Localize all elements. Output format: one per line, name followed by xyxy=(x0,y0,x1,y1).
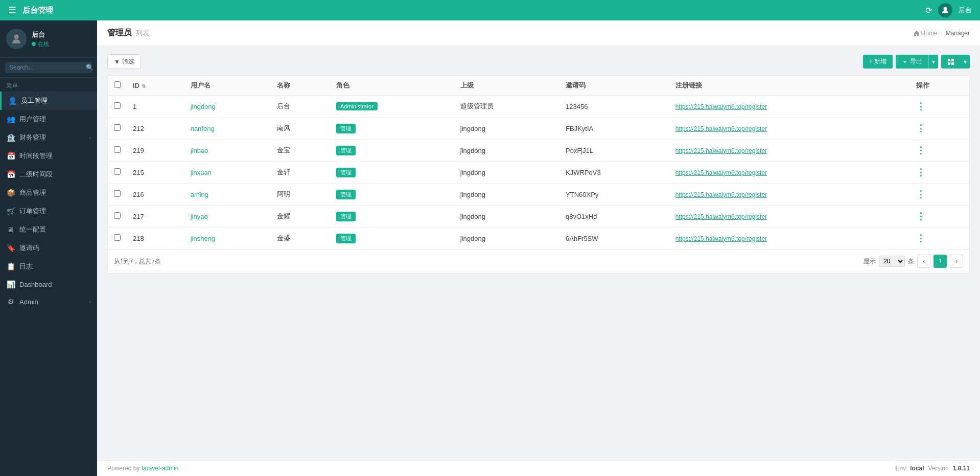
row-name: 金轩 xyxy=(271,162,330,184)
export-dropdown-button[interactable]: ▾ xyxy=(928,55,938,69)
sidebar-item-dashboard-label: Dashboard xyxy=(19,281,91,288)
row-checkbox[interactable] xyxy=(114,146,121,153)
register-link[interactable]: https://215.haiwaiym6.top/register xyxy=(675,191,767,198)
toolbar-right: + 新增 导出 ▾ xyxy=(863,55,970,69)
prev-page-button[interactable]: ‹ xyxy=(917,255,930,268)
row-checkbox-cell xyxy=(108,206,127,228)
export-label: 导出 xyxy=(910,57,922,66)
row-checkbox[interactable] xyxy=(114,212,121,219)
table-header: ID ⇅ 用户名 名称 角色 上级 邀请码 注册链接 操作 xyxy=(108,76,969,96)
page-1-button[interactable]: 1 xyxy=(934,255,947,268)
pagination-summary: 从1到7，总共7条 xyxy=(114,257,161,266)
col-parent: 上级 xyxy=(454,76,559,96)
sidebar-item-timeslot2[interactable]: 📅 二级时间段 xyxy=(0,165,97,184)
action-dots-button[interactable]: ⋮ xyxy=(916,189,925,199)
finance-icon: 🏦 xyxy=(6,133,15,142)
sidebar-item-timeslot[interactable]: 📅 时间段管理 xyxy=(0,147,97,165)
search-icon[interactable]: 🔍 xyxy=(86,64,94,71)
sidebar-item-admin-label: Admin xyxy=(19,298,85,306)
hamburger-icon[interactable]: ☰ xyxy=(8,5,16,16)
row-register-link: https://215.haiwaiym6.top/register xyxy=(669,96,910,118)
col-invite-code: 邀请码 xyxy=(559,76,669,96)
select-all-checkbox[interactable] xyxy=(114,81,121,88)
row-checkbox[interactable] xyxy=(114,168,121,175)
action-dots-button[interactable]: ⋮ xyxy=(916,233,925,243)
export-btn-group: 导出 ▾ xyxy=(896,55,938,69)
data-table-container: ID ⇅ 用户名 名称 角色 上级 邀请码 注册链接 操作 xyxy=(107,75,970,274)
dashboard-icon: 📊 xyxy=(6,280,15,288)
action-dots-button[interactable]: ⋮ xyxy=(916,145,925,155)
admin-chevron-icon: ‹ xyxy=(89,299,91,305)
register-link[interactable]: https://215.haiwaiym6.top/register xyxy=(675,235,767,242)
action-dots-button[interactable]: ⋮ xyxy=(916,123,925,133)
per-page-label: 显示 xyxy=(864,257,876,266)
register-link[interactable]: https://215.haiwaiym6.top/register xyxy=(675,147,767,154)
env-label: Env xyxy=(896,465,906,472)
user-name-top[interactable]: 后台 xyxy=(959,6,972,15)
user-avatar-top[interactable] xyxy=(938,3,952,17)
row-checkbox[interactable] xyxy=(114,102,121,109)
row-id: 1 xyxy=(127,96,184,118)
breadcrumb-sep: › xyxy=(941,30,943,37)
sidebar-item-invite-label: 邀请码 xyxy=(19,243,91,253)
row-username: aming xyxy=(184,184,271,206)
profile-info: 后台 在线 xyxy=(32,30,91,48)
register-link[interactable]: https://215.haiwaiym6.top/register xyxy=(675,125,767,132)
register-link[interactable]: https://215.haiwaiym6.top/register xyxy=(675,103,767,110)
next-page-button[interactable]: › xyxy=(950,255,963,268)
sidebar-item-products[interactable]: 📦 商品管理 xyxy=(0,184,97,202)
sort-id-icon[interactable]: ⇅ xyxy=(142,83,146,89)
footer: Powered by laravel-admin Env local Versi… xyxy=(97,460,980,476)
row-checkbox-cell xyxy=(108,184,127,206)
sidebar-item-finance[interactable]: 🏦 财务管理 ‹ xyxy=(0,128,97,147)
row-checkbox-cell xyxy=(108,140,127,162)
row-checkbox[interactable] xyxy=(114,234,121,241)
header-left: ☰ 后台管理 xyxy=(8,5,53,16)
breadcrumb-home[interactable]: Home xyxy=(914,30,938,37)
action-dots-button[interactable]: ⋮ xyxy=(916,211,925,221)
register-link[interactable]: https://215.haiwaiym6.top/register xyxy=(675,213,767,220)
sidebar-item-admin[interactable]: ⚙ Admin ‹ xyxy=(0,293,97,310)
row-id: 219 xyxy=(127,140,184,162)
row-role: Administrator xyxy=(330,96,454,118)
sidebar-item-orders[interactable]: 🛒 订单管理 xyxy=(0,202,97,220)
refresh-icon[interactable]: ⟳ xyxy=(925,6,932,15)
row-id: 217 xyxy=(127,206,184,228)
pagination-area: 从1到7，总共7条 显示 20 50 100 条 ‹ 1 › xyxy=(108,249,969,273)
products-icon: 📦 xyxy=(6,189,15,197)
add-button[interactable]: + 新增 xyxy=(863,55,893,69)
register-link[interactable]: https://215.haiwaiym6.top/register xyxy=(675,169,767,176)
data-table: ID ⇅ 用户名 名称 角色 上级 邀请码 注册链接 操作 xyxy=(108,76,969,249)
toolbar: ▼ 筛选 + 新增 导出 ▾ xyxy=(107,54,970,69)
row-checkbox[interactable] xyxy=(114,124,121,131)
columns-dropdown-button[interactable]: ▾ xyxy=(961,55,970,69)
row-checkbox[interactable] xyxy=(114,190,121,197)
search-input[interactable] xyxy=(9,64,86,71)
row-register-link: https://215.haiwaiym6.top/register xyxy=(669,162,910,184)
sidebar-item-dashboard[interactable]: 📊 Dashboard xyxy=(0,276,97,293)
columns-button[interactable] xyxy=(941,55,961,69)
add-button-label: + 新增 xyxy=(869,57,886,66)
filter-label: 筛选 xyxy=(122,57,134,66)
row-action: ⋮ xyxy=(910,184,969,206)
col-name: 名称 xyxy=(271,76,330,96)
filter-button[interactable]: ▼ 筛选 xyxy=(107,54,141,69)
sidebar-item-staff[interactable]: 👤 员工管理 xyxy=(0,92,97,110)
action-dots-button[interactable]: ⋮ xyxy=(916,101,925,111)
per-page-select[interactable]: 20 50 100 xyxy=(879,256,905,267)
sidebar-item-logs[interactable]: 📋 日志 xyxy=(0,257,97,276)
breadcrumb-home-label: Home xyxy=(921,30,938,37)
action-dots-button[interactable]: ⋮ xyxy=(916,167,925,177)
sidebar-item-config[interactable]: 🖥 统一配置 xyxy=(0,220,97,239)
sidebar-item-invite[interactable]: 🔖 邀请码 xyxy=(0,239,97,257)
export-button[interactable]: 导出 xyxy=(896,55,928,69)
app-title: 后台管理 xyxy=(22,6,53,15)
status-text: 在线 xyxy=(38,40,49,48)
row-checkbox-cell xyxy=(108,118,127,140)
sidebar-item-users[interactable]: 👥 用户管理 xyxy=(0,110,97,128)
laravel-admin-link[interactable]: laravel-admin xyxy=(142,465,178,472)
row-name: 金盛 xyxy=(271,228,330,250)
row-username: jinbao xyxy=(184,140,271,162)
row-name: 金宝 xyxy=(271,140,330,162)
version-label: Version xyxy=(928,465,949,472)
